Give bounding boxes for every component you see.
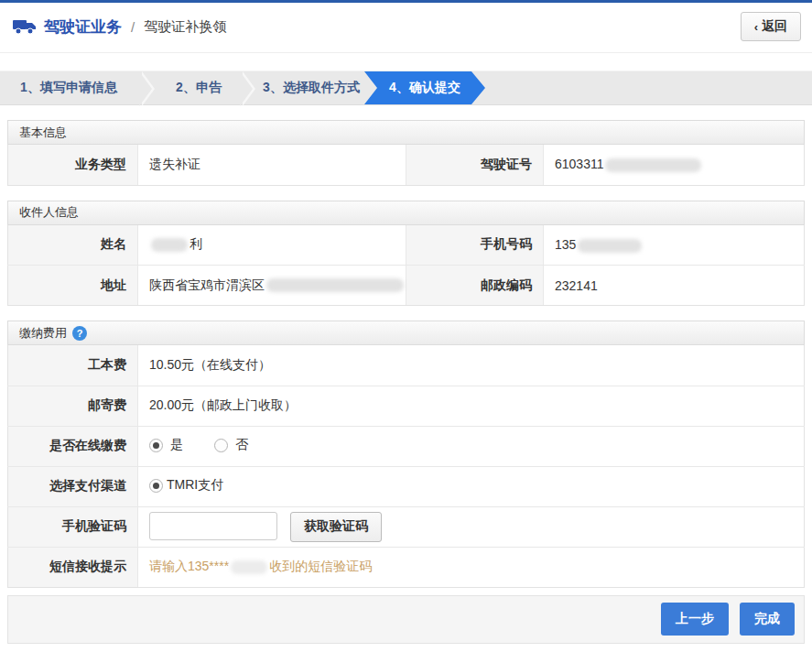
zip-value: 232141 xyxy=(544,266,805,306)
table-row: 是否在线缴费 是 否 xyxy=(8,426,805,466)
redacted-license-number xyxy=(605,158,701,172)
basic-info-table: 业务类型 遗失补证 驾驶证号 6103311 xyxy=(7,145,805,186)
breadcrumb-current: 驾驶证补换领 xyxy=(144,18,226,36)
business-type-label: 业务类型 xyxy=(8,145,138,185)
postage-label: 邮寄费 xyxy=(8,386,138,426)
sms-code-label: 手机验证码 xyxy=(8,506,138,547)
table-row: 短信接收提示 请输入135****收到的短信验证码 xyxy=(8,547,805,587)
footer-action-bar: 上一步 完成 xyxy=(7,595,805,644)
sms-hint-suffix: 收到的短信验证码 xyxy=(269,559,372,575)
step-3-pickup-method[interactable]: 3、选择取件方式 xyxy=(260,71,363,104)
payment-channel-label: 选择支付渠道 xyxy=(8,466,138,506)
section-payment-header: 缴纳费用 ? xyxy=(7,321,805,345)
production-cost-value: 10.50元（在线支付） xyxy=(138,345,805,386)
previous-step-button[interactable]: 上一步 xyxy=(661,603,729,636)
section-basic-info-header: 基本信息 xyxy=(7,120,805,145)
address-visible: 陕西省宝鸡市渭滨区 xyxy=(149,277,265,292)
table-row: 手机验证码 获取验证码 xyxy=(8,506,805,547)
back-button[interactable]: ‹ 返回 xyxy=(741,12,801,41)
table-row: 地址 陕西省宝鸡市渭滨区 邮政编码 232141 xyxy=(8,266,805,306)
finish-button[interactable]: 完成 xyxy=(740,603,795,636)
payment-table: 工本费 10.50元（在线支付） 邮寄费 20.00元（邮政上门收取） 是否在线… xyxy=(7,345,805,588)
step-separator-icon xyxy=(137,71,159,104)
sms-code-field: 获取验证码 xyxy=(138,506,805,547)
postage-value: 20.00元（邮政上门收取） xyxy=(138,386,805,426)
license-number-value: 6103311 xyxy=(544,145,805,185)
radio-tmri-pay[interactable] xyxy=(149,479,163,493)
redacted-phone xyxy=(578,239,642,253)
table-row: 业务类型 遗失补证 驾驶证号 6103311 xyxy=(8,145,805,185)
payment-channel-options: TMRI支付 xyxy=(138,466,805,506)
back-button-label: 返回 xyxy=(762,18,787,35)
step-separator-icon xyxy=(238,71,260,104)
table-row: 选择支付渠道 TMRI支付 xyxy=(8,466,805,506)
radio-online-pay-yes-label[interactable]: 是 xyxy=(170,437,183,453)
name-label: 姓名 xyxy=(8,225,138,266)
phone-label: 手机号码 xyxy=(406,225,544,266)
address-label: 地址 xyxy=(8,266,138,306)
step-4-confirm-submit[interactable]: 4、确认提交 xyxy=(364,71,485,104)
redacted-name xyxy=(151,238,188,252)
section-basic-info-title: 基本信息 xyxy=(19,121,67,145)
online-payment-options: 是 否 xyxy=(138,426,805,466)
truck-icon xyxy=(13,18,37,35)
section-recipient-info: 收件人信息 姓名 利 手机号码 135 地址 陕西省宝鸡市渭滨区 邮政编码 23… xyxy=(7,201,805,307)
license-number-visible: 6103311 xyxy=(555,157,603,171)
recipient-info-table: 姓名 利 手机号码 135 地址 陕西省宝鸡市渭滨区 邮政编码 232141 xyxy=(7,225,805,307)
section-payment-title: 缴纳费用 xyxy=(19,321,67,345)
radio-online-pay-yes[interactable] xyxy=(149,439,163,452)
radio-online-pay-no[interactable] xyxy=(214,439,228,452)
section-recipient-info-title: 收件人信息 xyxy=(19,201,79,224)
sms-hint-label: 短信接收提示 xyxy=(8,547,138,587)
section-recipient-info-header: 收件人信息 xyxy=(7,201,805,225)
sms-hint-prefix: 请输入135**** xyxy=(149,559,229,575)
redacted-sms-phone xyxy=(231,560,267,574)
license-number-label: 驾驶证号 xyxy=(406,145,544,185)
redacted-address xyxy=(266,278,404,292)
wizard-steps-bar: 1、填写申请信息 2、申告 3、选择取件方式 4、确认提交 xyxy=(0,71,812,105)
page-header: 驾驶证业务 / 驾驶证补换领 ‹ 返回 xyxy=(0,3,812,53)
name-visible: 利 xyxy=(189,236,202,251)
page-title: 驾驶证业务 xyxy=(44,16,122,38)
table-row: 工本费 10.50元（在线支付） xyxy=(8,345,805,386)
table-row: 姓名 利 手机号码 135 xyxy=(8,225,805,266)
section-payment: 缴纳费用 ? 工本费 10.50元（在线支付） 邮寄费 20.00元（邮政上门收… xyxy=(7,321,805,588)
table-row: 邮寄费 20.00元（邮政上门收取） xyxy=(8,386,805,426)
step-1-fill-application[interactable]: 1、填写申请信息 xyxy=(0,71,137,104)
name-value: 利 xyxy=(138,225,406,266)
address-value: 陕西省宝鸡市渭滨区 xyxy=(138,266,406,306)
radio-online-pay-no-label[interactable]: 否 xyxy=(235,437,248,453)
radio-tmri-pay-label[interactable]: TMRI支付 xyxy=(167,477,223,494)
phone-visible: 135 xyxy=(555,237,576,252)
online-payment-label: 是否在线缴费 xyxy=(8,426,138,466)
main-content: 基本信息 业务类型 遗失补证 驾驶证号 6103311 收件人信息 姓名 利 xyxy=(0,120,812,588)
breadcrumb-divider: / xyxy=(131,19,135,35)
back-chevron-icon: ‹ xyxy=(754,20,758,34)
help-icon[interactable]: ? xyxy=(72,326,87,341)
step-2-declaration[interactable]: 2、申告 xyxy=(159,71,238,104)
business-type-value: 遗失补证 xyxy=(138,145,406,185)
production-cost-label: 工本费 xyxy=(8,345,138,386)
section-basic-info: 基本信息 业务类型 遗失补证 驾驶证号 6103311 xyxy=(7,120,805,186)
zip-label: 邮政编码 xyxy=(406,266,544,306)
sms-code-input[interactable] xyxy=(149,512,277,540)
phone-value: 135 xyxy=(544,225,805,266)
sms-hint-value: 请输入135****收到的短信验证码 xyxy=(138,547,805,587)
get-sms-code-button[interactable]: 获取验证码 xyxy=(290,512,382,542)
